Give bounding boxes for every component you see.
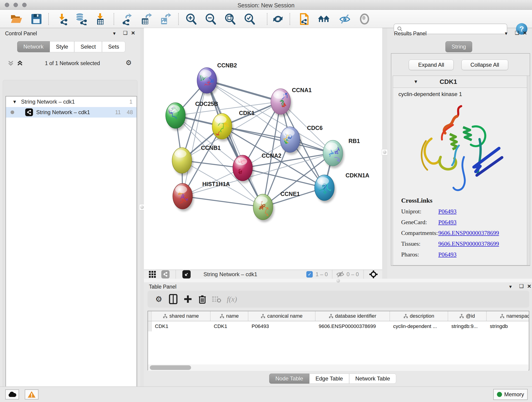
column-header-namespace[interactable]: namespace [487, 311, 529, 321]
add-column-icon[interactable] [184, 295, 192, 303]
tab-style[interactable]: Style [50, 41, 74, 52]
entry-header[interactable]: ▼ CDK1 [393, 76, 528, 88]
control-panel-float-icon[interactable]: ❑ [122, 30, 129, 36]
network-node-rb1[interactable]: RB1 [323, 138, 360, 168]
network-node-cdkn1a[interactable]: CDKN1A [315, 172, 369, 203]
network-node-ccne1[interactable]: CCNE1 [253, 191, 300, 222]
crosslink-value-link[interactable]: 9606.ENSP00000378699 [438, 230, 499, 236]
table-cell[interactable]: cyclin-dependent ... [390, 321, 448, 332]
crosslink-value-link[interactable]: P06493 [438, 208, 456, 215]
collection-expand-icon[interactable]: ▼ [12, 99, 17, 104]
hidden-eye-icon[interactable] [336, 271, 344, 278]
network-edge[interactable] [183, 196, 263, 207]
expand-all-icon[interactable] [17, 60, 23, 67]
zoom-out-icon[interactable] [204, 12, 217, 26]
crosslink-value-link[interactable]: 9606.ENSP00000378699 [438, 240, 499, 247]
zoom-selected-icon[interactable] [243, 12, 256, 26]
show-columns-icon[interactable] [169, 294, 178, 304]
warning-status-button[interactable] [25, 389, 38, 400]
results-scrollbar[interactable] [527, 76, 530, 265]
export-image-icon[interactable] [159, 12, 172, 26]
grid-view-icon[interactable] [149, 271, 156, 278]
tab-sets[interactable]: Sets [102, 41, 125, 52]
first-neighbors-icon[interactable] [298, 12, 311, 26]
import-table-file-icon[interactable] [94, 12, 107, 26]
cloud-status-button[interactable] [5, 389, 19, 400]
table-cell[interactable]: P06493 [248, 321, 316, 332]
delete-table-icon[interactable] [212, 295, 221, 303]
column-header-@id[interactable]: @id [448, 311, 487, 321]
save-session-icon[interactable] [30, 12, 43, 26]
open-file-icon[interactable] [10, 12, 23, 26]
zoom-fit-icon[interactable] [223, 12, 237, 26]
results-panel-float-icon[interactable]: ❑ [514, 30, 520, 36]
table-settings-gear-icon[interactable]: ⚙ [152, 294, 166, 304]
network-canvas[interactable]: CCNB2CCNA1CDC25BCDK1CDC6RB1CCNB1CCNA2CDK… [144, 28, 382, 269]
entry-collapse-icon[interactable]: ▼ [413, 79, 418, 84]
network-node-hist1h1a[interactable]: HIST1H1A [173, 181, 230, 211]
results-panel-close-icon[interactable]: × [521, 29, 528, 37]
share-view-icon[interactable] [161, 270, 170, 279]
network-edge[interactable] [207, 80, 263, 207]
refresh-icon[interactable] [271, 12, 285, 26]
collapse-all-icon[interactable] [7, 60, 14, 67]
crosslink-value-link[interactable]: P06493 [438, 251, 456, 258]
table-cell[interactable]: 9606.ENSP00000378699 [316, 321, 390, 332]
network-node-cdk1[interactable]: CDK1 [212, 110, 254, 141]
control-panel-menu-icon[interactable]: ▾ [111, 31, 118, 36]
column-header-database-identifier[interactable]: database identifier [316, 311, 390, 321]
network-collection-row[interactable]: ▼ String Network – cdk1 1 [6, 96, 137, 107]
column-header-description[interactable]: description [390, 311, 448, 321]
table-cell[interactable]: stringdb [487, 321, 529, 332]
table-hscrollbar[interactable] [148, 364, 528, 371]
table-cell[interactable]: CDK1 [152, 321, 210, 332]
function-builder-icon[interactable]: f(x) [227, 295, 237, 303]
memory-button[interactable]: Memory [493, 389, 528, 400]
tab-string[interactable]: String [445, 41, 472, 52]
tab-select[interactable]: Select [74, 41, 102, 52]
network-row[interactable]: String Network – cdk1 11 48 [6, 107, 137, 118]
zoom-in-icon[interactable] [184, 12, 198, 26]
collapse-all-button[interactable]: Collapse All [462, 60, 508, 70]
table-hscrollbar-thumb[interactable] [150, 365, 191, 370]
network-edge[interactable] [183, 80, 207, 196]
network-node-cdc25b[interactable]: CDC25B [166, 101, 218, 131]
table-panel-float-icon[interactable]: ❑ [518, 283, 525, 289]
table-cell[interactable]: stringdb:9... [448, 321, 487, 332]
delete-column-icon[interactable] [198, 294, 206, 304]
export-table-icon[interactable] [139, 12, 153, 26]
tab-edge-table[interactable]: Edge Table [309, 374, 349, 384]
control-panel-close-icon[interactable]: × [130, 29, 137, 37]
right-splitter[interactable] [382, 28, 387, 279]
tab-network-table[interactable]: Network Table [349, 374, 396, 384]
tab-network[interactable]: Network [17, 41, 50, 52]
column-header-name[interactable]: name [210, 311, 248, 321]
birds-eye-view-icon[interactable] [182, 270, 191, 279]
network-edges[interactable] [176, 80, 333, 207]
horizontal-splitter-handle[interactable] [336, 279, 340, 283]
import-network-file-icon[interactable] [56, 12, 69, 26]
column-header-shared-name[interactable]: shared name [152, 311, 210, 321]
gray-eye-icon[interactable] [358, 12, 371, 26]
network-node-cdc6[interactable]: CDC6 [280, 125, 323, 155]
table-panel-close-icon[interactable]: × [526, 283, 532, 290]
network-node-ccnb2[interactable]: CCNB2 [197, 62, 237, 96]
network-edge[interactable] [183, 153, 333, 196]
home-string-icon[interactable] [317, 12, 330, 26]
expand-all-button[interactable]: Expand All [409, 60, 454, 70]
column-header-canonical-name[interactable]: canonical name [248, 311, 316, 321]
right-splitter-handle[interactable] [382, 149, 388, 155]
table-cell[interactable]: CDK1 [210, 321, 248, 332]
selected-checkbox-icon[interactable]: ✓ [306, 271, 313, 278]
network-options-gear-icon[interactable]: ⚙ [126, 59, 132, 67]
results-panel-menu-icon[interactable]: ▾ [503, 31, 510, 36]
export-network-icon[interactable] [120, 12, 133, 26]
node-table[interactable]: shared namenamecanonical namedatabase id… [147, 311, 529, 370]
crosslink-value-link[interactable]: P06493 [438, 219, 456, 226]
tab-node-table[interactable]: Node Table [269, 374, 309, 384]
table-panel-menu-icon[interactable]: ▾ [507, 284, 514, 290]
left-splitter[interactable] [140, 28, 144, 386]
import-network-database-icon[interactable] [74, 12, 88, 26]
hide-selected-icon[interactable] [338, 12, 351, 26]
crosshair-icon[interactable] [368, 270, 379, 278]
